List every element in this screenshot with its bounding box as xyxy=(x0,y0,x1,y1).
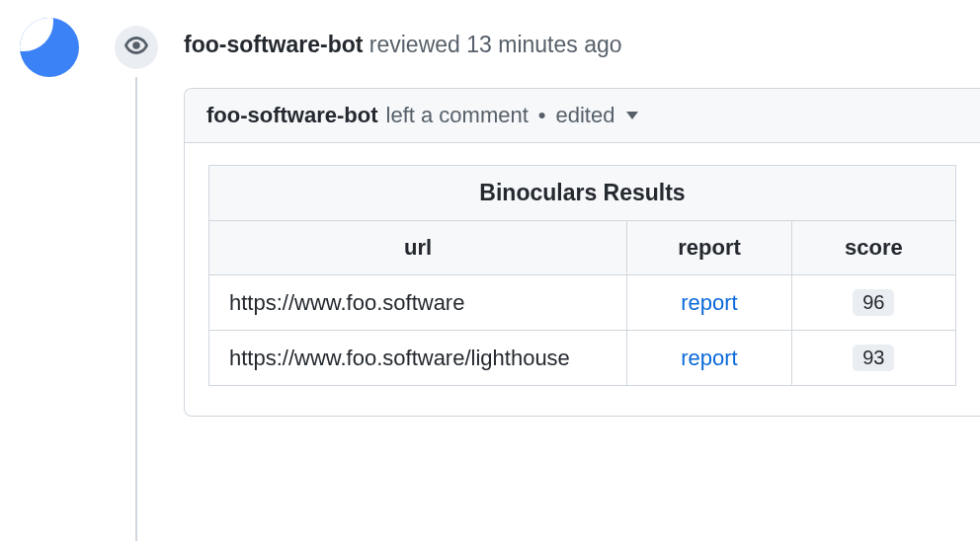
review-action-text: reviewed xyxy=(369,32,460,57)
cell-url: https://www.foo.software/lighthouse xyxy=(209,331,627,386)
comment-author[interactable]: foo-software-bot xyxy=(206,103,378,128)
column-header-url: url xyxy=(209,221,627,275)
column-header-report: report xyxy=(627,221,791,275)
comment-body: Binoculars Results url report score http… xyxy=(185,143,980,416)
column-header-score: score xyxy=(791,221,955,275)
review-header: foo-software-bot reviewed 13 minutes ago xyxy=(184,18,980,88)
caret-down-icon[interactable] xyxy=(626,112,638,119)
comment-header: foo-software-bot left a comment • edited xyxy=(185,89,980,143)
edited-label[interactable]: edited xyxy=(556,103,615,128)
avatar[interactable] xyxy=(20,18,79,77)
table-row: https://www.foo.software report 96 xyxy=(209,275,956,331)
score-badge: 93 xyxy=(853,345,894,371)
timeline-line xyxy=(135,77,137,541)
comment-meta-text: left a comment xyxy=(386,103,529,128)
cell-url: https://www.foo.software xyxy=(209,275,627,331)
table-title: Binoculars Results xyxy=(209,166,956,221)
report-link[interactable]: report xyxy=(681,346,737,370)
eye-icon xyxy=(124,34,148,61)
review-status-badge xyxy=(115,26,158,69)
review-author[interactable]: foo-software-bot xyxy=(184,32,363,57)
score-badge: 96 xyxy=(853,289,894,316)
results-table: Binoculars Results url report score http… xyxy=(208,165,956,386)
review-time[interactable]: 13 minutes ago xyxy=(466,32,621,57)
report-link[interactable]: report xyxy=(681,290,737,315)
comment-box: foo-software-bot left a comment • edited… xyxy=(184,88,980,417)
table-row: https://www.foo.software/lighthouse repo… xyxy=(209,331,956,386)
separator-dot: • xyxy=(536,103,548,128)
